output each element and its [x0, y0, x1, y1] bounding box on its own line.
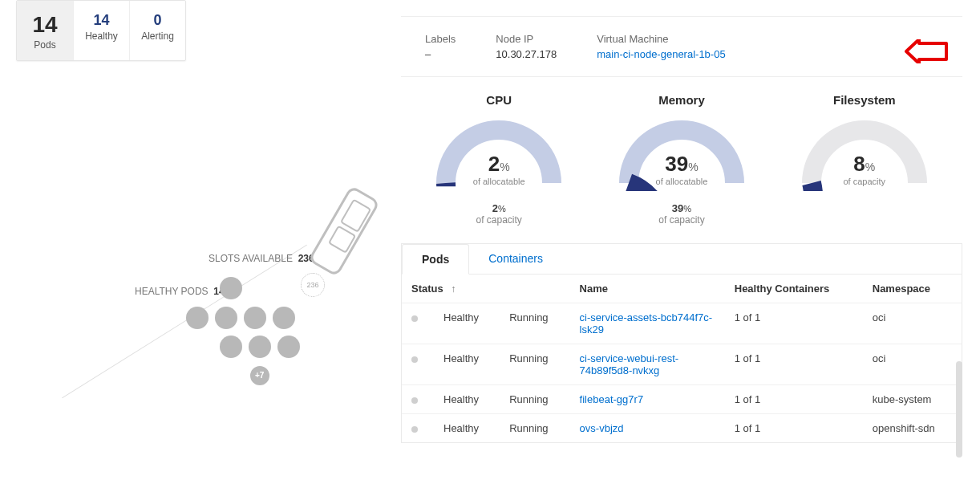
resource-gauges: CPU 2% of allocatable 2% of capacity Mem… — [401, 77, 962, 234]
cell-healthy-containers: 1 of 1 — [725, 303, 863, 344]
tab-pods[interactable]: Pods — [402, 244, 469, 275]
pod-dot-overflow[interactable]: +7 — [249, 364, 271, 387]
cell-name-link[interactable]: ci-service-assets-bcb744f7c-lsk29 — [570, 303, 725, 344]
cell-status: Healthy — [434, 414, 500, 443]
pods-count: 14 — [20, 12, 70, 38]
cell-healthy-containers: 1 of 1 — [725, 414, 863, 443]
table-header-row: Status ↑ Name Healthy Containers Namespa… — [402, 275, 962, 303]
node-device-icon[interactable] — [308, 185, 380, 278]
col-hc[interactable]: Healthy Containers — [725, 275, 863, 303]
tile-pods[interactable]: 14 Pods — [17, 1, 73, 60]
healthy-pods-text: HEALTHY PODS — [135, 286, 209, 297]
gauge-title: CPU — [409, 93, 589, 107]
pod-dot[interactable] — [273, 307, 295, 329]
gauge-chart: 8% of capacity — [796, 115, 933, 191]
sort-ascending-icon: ↑ — [451, 283, 456, 295]
slots-badge-value: 236 — [306, 281, 318, 289]
status-dot-icon — [411, 397, 418, 404]
gauge-memory: Memory 39% of allocatable 39% of capacit… — [592, 93, 771, 226]
info-vm: Virtual Machine main-ci-node-general-1b-… — [597, 33, 725, 60]
pod-overflow-badge: +7 — [255, 371, 264, 380]
alerting-label: Alerting — [133, 31, 182, 42]
status-dot-icon — [411, 426, 418, 433]
table-row[interactable]: Healthy Running filebeat-gg7r7 1 of 1 ku… — [402, 385, 962, 414]
info-vm-link[interactable]: main-ci-node-general-1b-05 — [597, 48, 725, 60]
cell-status: Healthy — [434, 344, 500, 385]
healthy-label: Healthy — [77, 31, 126, 42]
gauge-capacity-line: 39% — [592, 202, 771, 214]
tab-containers[interactable]: Containers — [469, 244, 562, 274]
gauge-capacity-sub: of capacity — [409, 214, 589, 226]
info-nodeip: Node IP 10.30.27.178 — [496, 33, 557, 60]
col-state[interactable] — [500, 275, 569, 303]
slots-available-label: SLOTS AVAILABLE 236 — [209, 253, 314, 264]
cell-state: Running — [500, 414, 569, 443]
cell-healthy-containers: 1 of 1 — [725, 344, 863, 385]
col-ns[interactable]: Namespace — [863, 275, 962, 303]
cell-namespace: openshift-sdn — [863, 414, 962, 443]
gauge-title: Filesystem — [775, 93, 954, 107]
table-row[interactable]: Healthy Running ci-service-assets-bcb744… — [402, 303, 962, 344]
cell-state: Running — [500, 385, 569, 414]
pod-dot[interactable] — [186, 307, 209, 329]
gauge-filesystem: Filesystem 8% of capacity — [775, 93, 954, 226]
gauge-chart: 39% of allocatable — [614, 115, 750, 191]
table-scrollbar[interactable] — [956, 361, 962, 458]
cell-status: Healthy — [434, 303, 500, 344]
info-nodeip-label: Node IP — [496, 33, 557, 45]
gauge-cpu: CPU 2% of allocatable 2% of capacity — [409, 93, 589, 226]
col-name[interactable]: Name — [570, 275, 725, 303]
status-dot-icon — [411, 356, 418, 363]
pod-dot[interactable] — [244, 307, 266, 329]
col-status-label: Status — [411, 283, 443, 295]
gauge-capacity-line: 2% — [409, 202, 589, 214]
table-row[interactable]: Healthy Running ovs-vbjzd 1 of 1 openshi… — [402, 414, 962, 443]
cell-name-link[interactable]: ci-service-webui-rest-74b89f5d8-nvkxg — [570, 344, 725, 385]
info-vm-label: Virtual Machine — [597, 33, 725, 45]
cell-namespace: oci — [863, 303, 962, 344]
col-status[interactable]: Status ↑ — [402, 275, 500, 303]
node-info-row: Labels – Node IP 10.30.27.178 Virtual Ma… — [401, 16, 962, 77]
cell-state: Running — [500, 303, 569, 344]
gauge-chart: 2% of allocatable — [431, 115, 567, 191]
table-row[interactable]: Healthy Running ci-service-webui-rest-74… — [402, 344, 962, 385]
info-labels-label: Labels — [425, 33, 456, 45]
cluster-topology-diagram: SLOTS AVAILABLE 236 HEALTHY PODS 14 236 … — [16, 193, 377, 466]
info-nodeip-value: 10.30.27.178 — [496, 48, 557, 60]
alerting-count: 0 — [133, 12, 182, 29]
slots-available-text: SLOTS AVAILABLE — [209, 253, 293, 264]
gauge-title: Memory — [592, 93, 771, 107]
pod-dot[interactable] — [220, 336, 242, 358]
pods-label: Pods — [20, 39, 70, 51]
info-labels: Labels – — [425, 33, 456, 60]
cell-state: Running — [500, 344, 569, 385]
cell-status: Healthy — [434, 385, 500, 414]
cell-name-link[interactable]: filebeat-gg7r7 — [570, 385, 725, 414]
cell-healthy-containers: 1 of 1 — [725, 385, 863, 414]
pods-table: Status ↑ Name Healthy Containers Namespa… — [402, 275, 962, 442]
cell-name-link[interactable]: ovs-vbjzd — [570, 414, 725, 443]
pod-dot[interactable] — [249, 336, 271, 358]
healthy-pods-label: HEALTHY PODS 14 — [135, 286, 225, 297]
cell-namespace: kube-system — [863, 385, 962, 414]
status-dot-icon — [411, 315, 418, 322]
cell-namespace: oci — [863, 344, 962, 385]
info-labels-value: – — [425, 48, 456, 60]
pods-section: Pods Containers Status ↑ Name Healthy Co… — [401, 243, 962, 443]
pod-dot[interactable] — [215, 307, 237, 329]
node-detail-panel: Labels – Node IP 10.30.27.178 Virtual Ma… — [401, 16, 962, 443]
pod-dot[interactable] — [277, 336, 300, 358]
tabs-bar: Pods Containers — [402, 244, 962, 275]
gauge-capacity-sub: of capacity — [592, 214, 771, 226]
pod-summary: 14 Pods 14 Healthy 0 Alerting — [16, 0, 186, 61]
pod-dot[interactable] — [220, 277, 242, 299]
healthy-count: 14 — [77, 12, 126, 29]
tile-alerting[interactable]: 0 Alerting — [129, 1, 185, 60]
annotation-arrow-icon — [905, 39, 948, 63]
slots-badge: 236 — [301, 273, 325, 297]
tile-healthy[interactable]: 14 Healthy — [73, 1, 129, 60]
